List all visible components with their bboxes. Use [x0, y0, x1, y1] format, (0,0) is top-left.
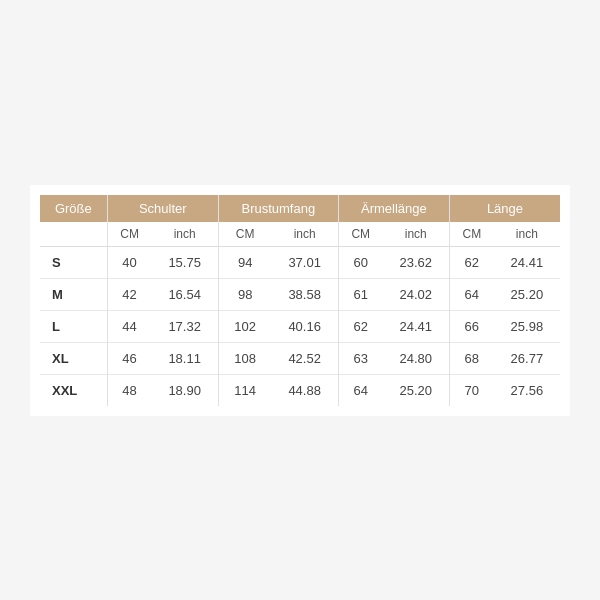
cell-laenge-cm: 70: [449, 374, 493, 406]
cell-brust-inch: 42.52: [271, 342, 338, 374]
cell-schulter-inch: 18.90: [152, 374, 219, 406]
cell-aermel-cm: 60: [338, 246, 382, 278]
cell-schulter-cm: 44: [107, 310, 151, 342]
cell-aermel-inch: 25.20: [383, 374, 450, 406]
table-row: XL4618.1110842.526324.806826.77: [40, 342, 560, 374]
cell-schulter-inch: 17.32: [152, 310, 219, 342]
cell-schulter-cm: 46: [107, 342, 151, 374]
subheader-brust-cm: CM: [218, 222, 271, 247]
cell-size: XXL: [40, 374, 107, 406]
cell-laenge-cm: 64: [449, 278, 493, 310]
cell-brust-inch: 38.58: [271, 278, 338, 310]
cell-brust-cm: 114: [218, 374, 271, 406]
cell-laenge-inch: 25.20: [494, 278, 560, 310]
table-row: XXL4818.9011444.886425.207027.56: [40, 374, 560, 406]
cell-schulter-inch: 15.75: [152, 246, 219, 278]
table-row: L4417.3210240.166224.416625.98: [40, 310, 560, 342]
size-chart-wrapper: Größe Schulter Brustumfang Ärmellänge Lä…: [30, 185, 570, 416]
table-row: S4015.759437.016023.626224.41: [40, 246, 560, 278]
cell-laenge-inch: 27.56: [494, 374, 560, 406]
cell-size: L: [40, 310, 107, 342]
cell-schulter-cm: 42: [107, 278, 151, 310]
size-chart-table: Größe Schulter Brustumfang Ärmellänge Lä…: [40, 195, 560, 406]
cell-brust-cm: 102: [218, 310, 271, 342]
cell-aermel-inch: 24.80: [383, 342, 450, 374]
cell-schulter-cm: 40: [107, 246, 151, 278]
table-row: M4216.549838.586124.026425.20: [40, 278, 560, 310]
cell-aermel-cm: 61: [338, 278, 382, 310]
cell-schulter-inch: 16.54: [152, 278, 219, 310]
cell-brust-inch: 40.16: [271, 310, 338, 342]
cell-laenge-inch: 26.77: [494, 342, 560, 374]
subheader-laenge-inch: inch: [494, 222, 560, 247]
col-header-aermel: Ärmellänge: [338, 195, 449, 222]
header-top-row: Größe Schulter Brustumfang Ärmellänge Lä…: [40, 195, 560, 222]
table-body: S4015.759437.016023.626224.41M4216.54983…: [40, 246, 560, 406]
cell-aermel-cm: 64: [338, 374, 382, 406]
cell-aermel-cm: 63: [338, 342, 382, 374]
subheader-laenge-cm: CM: [449, 222, 493, 247]
cell-aermel-cm: 62: [338, 310, 382, 342]
col-header-schulter: Schulter: [107, 195, 218, 222]
cell-laenge-cm: 66: [449, 310, 493, 342]
subheader-brust-inch: inch: [271, 222, 338, 247]
subheader-aermel-inch: inch: [383, 222, 450, 247]
cell-schulter-inch: 18.11: [152, 342, 219, 374]
header-sub-row: CM inch CM inch CM inch CM inch: [40, 222, 560, 247]
col-header-brust: Brustumfang: [218, 195, 338, 222]
cell-size: M: [40, 278, 107, 310]
cell-brust-cm: 98: [218, 278, 271, 310]
cell-laenge-inch: 25.98: [494, 310, 560, 342]
cell-brust-cm: 108: [218, 342, 271, 374]
cell-brust-inch: 37.01: [271, 246, 338, 278]
cell-laenge-cm: 68: [449, 342, 493, 374]
subheader-empty: [40, 222, 107, 247]
cell-aermel-inch: 23.62: [383, 246, 450, 278]
cell-aermel-inch: 24.41: [383, 310, 450, 342]
subheader-schulter-cm: CM: [107, 222, 151, 247]
col-header-groesse: Größe: [40, 195, 107, 222]
cell-schulter-cm: 48: [107, 374, 151, 406]
subheader-aermel-cm: CM: [338, 222, 382, 247]
cell-size: S: [40, 246, 107, 278]
cell-aermel-inch: 24.02: [383, 278, 450, 310]
cell-brust-inch: 44.88: [271, 374, 338, 406]
cell-laenge-cm: 62: [449, 246, 493, 278]
cell-brust-cm: 94: [218, 246, 271, 278]
cell-laenge-inch: 24.41: [494, 246, 560, 278]
cell-size: XL: [40, 342, 107, 374]
col-header-laenge: Länge: [449, 195, 560, 222]
subheader-schulter-inch: inch: [152, 222, 219, 247]
